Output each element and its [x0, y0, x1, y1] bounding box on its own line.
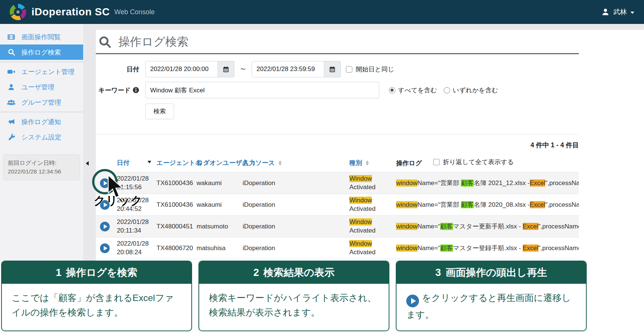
cell-input-source: iDoperation: [240, 194, 346, 216]
user-name: 武林: [613, 7, 627, 16]
card-2-title: 検索結果の表示: [264, 267, 335, 278]
sidebar-gutter: [83, 24, 96, 261]
sidebar-item-label: グループ管理: [21, 98, 61, 107]
play-button[interactable]: [100, 243, 110, 253]
keyword-input[interactable]: [145, 82, 379, 98]
sidebar: 画面操作閲覧操作ログ検索エージェント管理ユーザ管理グループ管理操作ログ通知システ…: [0, 24, 83, 261]
wrench-icon: [7, 133, 16, 141]
card-3-body: をクリックすると再生画面に遷移します。: [397, 284, 586, 329]
card-1-body: ここでは「顧客」が含まれるExcelファイルの操作を検索します。: [2, 284, 191, 326]
column-header-label: 入力ソース: [243, 159, 275, 166]
sidebar-item-label: 画面操作閲覧: [21, 33, 61, 42]
wrap-checkbox[interactable]: [433, 159, 440, 165]
page-title: 操作ログ検索: [118, 34, 188, 50]
match-any-label: いずれかを含む: [453, 86, 498, 95]
sidebar-item[interactable]: エージェント管理: [0, 64, 83, 79]
app-logo-icon: [10, 4, 26, 20]
date-from-input[interactable]: [145, 61, 218, 77]
cell-agent: TX48006720: [154, 237, 194, 259]
last-login-value: 2022/01/28 12:34:56: [8, 167, 75, 176]
search-icon: [7, 48, 16, 56]
calendar-icon: [223, 66, 229, 73]
sidebar-item[interactable]: 操作ログ通知: [0, 114, 83, 129]
column-header-label: 日付: [117, 159, 130, 166]
cell-date: 2022/01/2820:08:24: [114, 237, 154, 259]
sidebar-item[interactable]: 画面操作閲覧: [0, 29, 83, 44]
match-mode-group: すべてを含む いずれかを含む: [389, 86, 498, 95]
sidebar-collapse-icon[interactable]: [86, 161, 89, 166]
log-table-body: 2022/01/2821:15:56TX61000436wakaumiiDope…: [96, 172, 579, 259]
card-2-number: 2: [253, 267, 259, 278]
sidebar-item[interactable]: ユーザ管理: [0, 79, 83, 95]
cell-input-source: iDoperation: [240, 216, 346, 237]
table-row: 2022/01/2820:08:24TX48006720matsuhisaiDo…: [96, 237, 579, 259]
cell-kind: WindowActivated: [346, 237, 393, 259]
column-header[interactable]: エージェント名: [154, 153, 194, 172]
cell-input-source: iDoperation: [240, 237, 346, 259]
keyword-label-wrap: キーワード: [96, 86, 139, 95]
same-day-checkbox[interactable]: [346, 66, 352, 73]
play-button[interactable]: [100, 222, 110, 231]
megaphone-icon: [7, 118, 16, 126]
top-navbar: iDoperation SC Web Console 武林: [0, 0, 644, 24]
same-day-label: 開始日と同じ: [356, 65, 394, 74]
wrap-toggle[interactable]: 折り返して全て表示する: [433, 158, 514, 166]
sidebar-item[interactable]: 操作ログ検索: [0, 44, 83, 60]
search-button[interactable]: 検索: [145, 104, 174, 119]
page-title-row: 操作ログ検索: [96, 30, 579, 54]
chevron-down-icon: [631, 12, 634, 14]
card-3-title: 画面操作の頭出し再生: [446, 267, 547, 278]
section-divider: [96, 134, 579, 135]
match-any-option[interactable]: いずれかを含む: [444, 86, 498, 95]
sidebar-item-label: 操作ログ検索: [21, 48, 61, 57]
column-header[interactable]: ログオンユーザ名: [194, 153, 240, 172]
match-any-radio[interactable]: [444, 87, 450, 93]
column-header-label: 種別: [349, 159, 362, 166]
date-range-separator: ~: [240, 64, 246, 74]
keyword-label: キーワード: [98, 86, 131, 95]
date-from-calendar-button[interactable]: [218, 61, 234, 77]
cell-operation-log: windowName=“営業部 顧客名簿 2020_08.xlsx -Excel…: [393, 194, 579, 216]
match-all-radio[interactable]: [389, 87, 395, 93]
column-header[interactable]: 種別: [346, 153, 393, 172]
cell-agent: TX48000451: [154, 216, 194, 237]
date-to-group: [252, 61, 341, 77]
date-to-calendar-button[interactable]: [324, 61, 341, 77]
click-annotation: クリック: [94, 193, 143, 209]
cell-agent: TX61000436: [154, 194, 194, 216]
last-login-box: 前回ログイン日時: 2022/01/28 12:34:56: [3, 154, 80, 180]
top-gray-band: [96, 24, 644, 30]
cell-agent: TX61000436: [154, 172, 194, 194]
match-all-option[interactable]: すべてを含む: [389, 86, 437, 95]
column-header[interactable]: 入力ソース: [240, 153, 346, 172]
column-header-label: 操作ログ: [396, 160, 422, 167]
sidebar-item[interactable]: システム設定: [0, 129, 83, 145]
info-icon[interactable]: [133, 87, 139, 93]
sidebar-item-label: ユーザ管理: [21, 83, 54, 92]
film-icon: [7, 33, 16, 41]
card-3-text: をクリックすると再生画面に遷移します。: [406, 293, 571, 320]
brand-name: iDoperation SC: [31, 6, 110, 18]
same-day-toggle[interactable]: 開始日と同じ: [346, 65, 394, 74]
users-icon: [7, 98, 16, 107]
cell-date: 2022/01/2820:11:34: [114, 216, 154, 237]
table-row: 2022/01/2820:11:34TX48000451matsumotoiDo…: [96, 216, 579, 237]
cell-input-source: iDoperation: [240, 172, 346, 194]
sort-icon[interactable]: [279, 161, 282, 166]
column-header[interactable]: 日付: [114, 153, 154, 172]
play-icon: [406, 295, 419, 307]
date-to-input[interactable]: [252, 61, 324, 77]
card-3-header: 3画面操作の頭出し再生: [397, 261, 586, 284]
card-1-header: 1操作ログを検索: [2, 261, 191, 284]
user-menu[interactable]: 武林: [601, 7, 634, 16]
video-camera-icon: [7, 68, 16, 76]
result-count: 4 件中 1 - 4 件目: [96, 141, 579, 150]
sort-desc-icon[interactable]: [148, 161, 151, 163]
cell-operation-log: windowName=“顧客マスター登録手順.xlsx - Excel",pro…: [393, 237, 579, 259]
sidebar-item[interactable]: グループ管理: [0, 95, 83, 110]
sidebar-divider: [0, 112, 83, 112]
sort-icon[interactable]: [366, 161, 369, 166]
sidebar-divider: [0, 62, 83, 62]
calendar-icon: [329, 66, 335, 73]
last-login-label: 前回ログイン日時:: [8, 159, 75, 167]
